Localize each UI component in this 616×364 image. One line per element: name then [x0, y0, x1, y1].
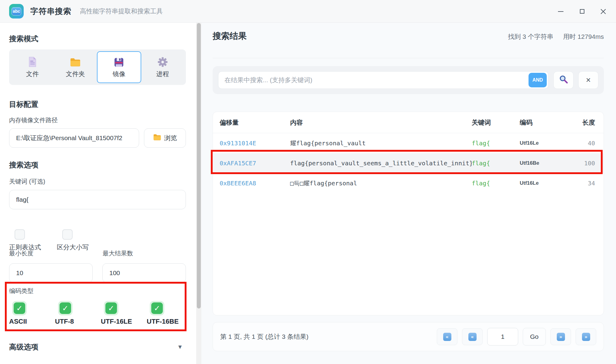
search-mode-group: 文件 文件夹 镜像: [9, 49, 186, 85]
app-subtitle: 高性能字符串提取和搜索工具: [80, 7, 163, 15]
close-button[interactable]: [599, 7, 607, 16]
image-path-input[interactable]: [9, 128, 139, 148]
pagination-bar: 第 1 页, 共 1 页 (总计 3 条结果) « « Go » »: [213, 322, 604, 351]
max-results-input[interactable]: [102, 263, 186, 283]
regex-checkbox-box[interactable]: [15, 229, 25, 240]
maximize-icon: [580, 9, 584, 14]
app-logo: abc: [9, 4, 24, 19]
mode-file-label: 文件: [26, 70, 39, 78]
filter-clear-button[interactable]: ×: [578, 71, 598, 89]
magnifier-icon: [559, 75, 568, 86]
and-mode-button[interactable]: AND: [529, 73, 547, 87]
search-options-heading: 搜索选项: [9, 160, 38, 170]
image-path-label: 内存镜像文件路径: [9, 116, 58, 124]
max-results-label: 最大结果数: [103, 249, 133, 258]
advanced-options-toggle[interactable]: 高级选项 ▼: [9, 342, 186, 352]
sidebar-scrollbar-thumb[interactable]: [197, 23, 201, 308]
cell-keyword: flag{: [472, 140, 520, 147]
col-header-offset: 偏移量: [220, 118, 290, 127]
encoding-ascii-checkbox[interactable]: ✓ ASCII: [9, 301, 55, 325]
case-sensitive-checkbox-box[interactable]: [62, 229, 73, 240]
checkbox-checked-icon: ✓: [58, 301, 73, 315]
results-elapsed-time: 用时 12794ms: [563, 32, 604, 41]
filter-search-button[interactable]: [553, 71, 573, 89]
target-config-heading: 目标配置: [9, 99, 38, 109]
table-row[interactable]: 0x9131014E 耀flag{personal_vault flag{ Ut…: [213, 133, 604, 153]
keyword-input[interactable]: [9, 190, 186, 209]
last-page-button[interactable]: »: [576, 328, 596, 345]
cell-length: 100: [570, 160, 595, 167]
min-length-label: 最小长度: [9, 249, 103, 258]
titlebar: abc 字符串搜索 高性能字符串提取和搜索工具: [0, 0, 616, 23]
cell-offset: 0x9131014E: [220, 140, 290, 147]
prev-page-icon: «: [468, 333, 477, 341]
minimize-button[interactable]: [556, 7, 565, 16]
mode-process-label: 进程: [156, 70, 169, 78]
encoding-ascii-label: ASCII: [9, 318, 27, 325]
mode-file-button[interactable]: 文件: [11, 51, 54, 83]
col-header-encoding: 编码: [520, 118, 570, 127]
keyword-label: 关键词 (可选): [9, 177, 45, 186]
folder-icon: [70, 56, 81, 67]
cell-length: 40: [570, 140, 595, 147]
table-row[interactable]: 0xBEEE6EA8 □득□耀flag{personal flag{ Utf16…: [213, 173, 604, 193]
minimize-icon: [558, 11, 563, 12]
encoding-type-label: 编码类型: [9, 287, 33, 295]
mode-image-label: 镜像: [113, 70, 125, 78]
app-title: 字符串搜索: [30, 6, 71, 17]
mode-folder-button[interactable]: 文件夹: [54, 51, 97, 83]
col-header-length: 长度: [570, 118, 595, 127]
browse-button[interactable]: 浏览: [144, 128, 186, 148]
table-row-highlighted[interactable]: 0xAFA15CE7 flag{personal_vault_seems_a_l…: [213, 153, 604, 173]
cell-content: □득□耀flag{personal: [290, 179, 472, 187]
mode-process-button[interactable]: 进程: [141, 51, 184, 83]
first-page-button[interactable]: «: [437, 328, 457, 345]
page-number-input[interactable]: [487, 328, 518, 345]
go-button[interactable]: Go: [523, 328, 546, 345]
first-page-icon: «: [443, 333, 451, 341]
browse-folder-icon: [153, 134, 161, 142]
mode-image-button[interactable]: 镜像: [97, 51, 141, 83]
image-path-row: 浏览: [9, 128, 186, 148]
encoding-utf16le-checkbox[interactable]: ✓ UTF-16LE: [101, 301, 147, 325]
floppy-disk-icon: [114, 56, 124, 67]
encoding-utf16le-label: UTF-16LE: [101, 318, 132, 325]
checkbox-checked-icon: ✓: [150, 301, 164, 315]
encoding-utf8-checkbox[interactable]: ✓ UTF-8: [55, 301, 101, 325]
case-sensitive-checkbox[interactable]: 区分大小写: [57, 229, 89, 251]
clear-x-icon: ×: [586, 76, 591, 84]
options-checkbox-row: 正则表达式 区分大小写: [9, 229, 89, 251]
gear-icon: [158, 56, 168, 67]
search-mode-heading: 搜索模式: [9, 34, 38, 44]
next-page-icon: »: [557, 333, 565, 341]
results-header: 搜索结果 找到 3 个字符串 用时 12794ms: [213, 30, 604, 42]
results-found-count: 找到 3 个字符串: [508, 32, 553, 41]
encoding-utf16be-label: UTF-16BE: [147, 318, 179, 325]
results-header-divider: [213, 58, 604, 58]
maximize-button[interactable]: [578, 7, 586, 16]
prev-page-button[interactable]: «: [462, 328, 483, 345]
document-icon: [28, 56, 37, 67]
length-inputs-row: [9, 263, 186, 283]
encoding-row: ✓ ASCII ✓ UTF-8 ✓ UTF-16LE ✓ UTF-16BE: [9, 301, 193, 325]
regex-checkbox[interactable]: 正则表达式: [9, 229, 41, 251]
pagination-controls: « « Go » »: [437, 328, 596, 345]
advanced-options-heading: 高级选项: [9, 342, 38, 352]
sidebar: 搜索模式 文件 文件夹 镜像: [0, 23, 196, 364]
cell-length: 34: [570, 180, 595, 187]
results-title: 搜索结果: [213, 30, 247, 42]
window-controls: [556, 0, 607, 23]
encoding-utf16be-checkbox[interactable]: ✓ UTF-16BE: [147, 301, 193, 325]
cell-encoding: Utf16Le: [520, 180, 570, 186]
next-page-button[interactable]: »: [550, 328, 571, 345]
mode-folder-label: 文件夹: [66, 70, 85, 78]
col-header-content: 内容: [290, 118, 472, 127]
col-header-keyword: 关键词: [472, 118, 520, 127]
filter-search-input[interactable]: [224, 76, 529, 84]
cell-keyword: flag{: [472, 180, 520, 187]
cell-content: 耀flag{personal_vault: [290, 139, 472, 147]
pagination-status: 第 1 页, 共 1 页 (总计 3 条结果): [220, 332, 309, 341]
min-length-input[interactable]: [9, 263, 93, 283]
cell-content: flag{personal_vault_seems_a_little_volat…: [290, 160, 472, 167]
results-meta: 找到 3 个字符串 用时 12794ms: [508, 32, 604, 41]
